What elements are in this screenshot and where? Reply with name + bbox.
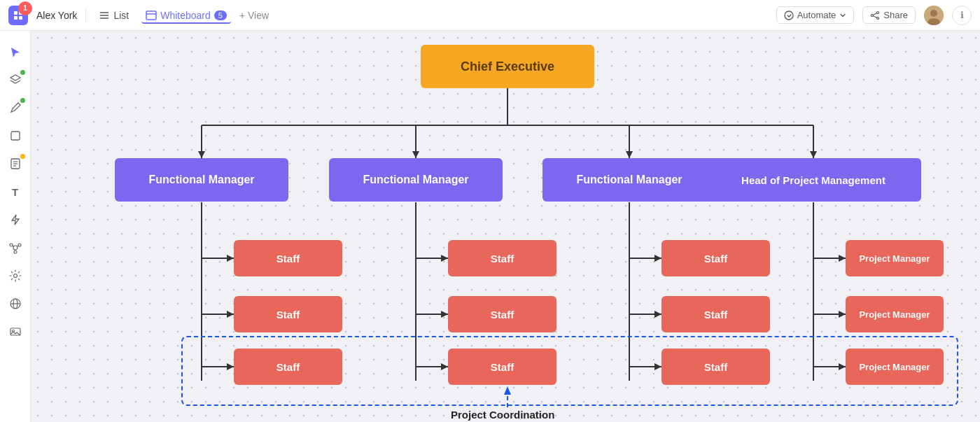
sidebar-icon-layers[interactable] [3, 67, 28, 92]
topbar-left: 1 Alex York List Whiteboard 5 + View [8, 6, 269, 25]
share-button[interactable]: Share [862, 6, 916, 24]
svg-marker-42 [198, 151, 205, 158]
sidebar-dot-green2 [20, 98, 25, 103]
nav-list[interactable]: List [94, 7, 133, 24]
svg-marker-71 [839, 311, 846, 318]
func-manager-3-box: Functional Manager [542, 158, 716, 202]
svg-rect-18 [11, 132, 20, 140]
canvas[interactable]: Chief Executive Functional Manager Funct… [31, 31, 980, 422]
svg-marker-57 [441, 311, 448, 318]
topbar: 1 Alex York List Whiteboard 5 + View Aut… [0, 0, 980, 31]
staff-box-3-2: Staff [662, 296, 770, 332]
head-pm-box: Head of Project Management [706, 158, 921, 202]
svg-point-25 [18, 244, 21, 246]
pm-box-1: Project Manager [846, 240, 944, 276]
svg-point-23 [13, 246, 18, 250]
staff-box-1-3: Staff [234, 349, 342, 385]
svg-marker-69 [839, 255, 846, 262]
info-button[interactable]: ℹ [952, 6, 972, 25]
add-view-button[interactable]: + View [239, 10, 269, 21]
sidebar-dot-yellow [20, 154, 25, 159]
divider [85, 8, 86, 22]
user-name: Alex York [36, 10, 77, 21]
sidebar-icon-settings[interactable] [3, 263, 28, 288]
sidebar-icon-image[interactable] [3, 319, 28, 344]
staff-box-3-3: Staff [662, 349, 770, 385]
svg-marker-45 [810, 151, 817, 158]
notification-badge: 1 [18, 1, 32, 15]
svg-marker-50 [227, 311, 234, 318]
func-manager-2-box: Functional Manager [329, 158, 503, 202]
svg-point-9 [785, 11, 793, 20]
staff-box-2-3: Staff [448, 349, 556, 385]
svg-marker-62 [654, 255, 662, 262]
svg-marker-48 [227, 255, 234, 262]
svg-point-24 [10, 244, 13, 246]
svg-point-12 [877, 17, 879, 19]
svg-point-11 [872, 14, 874, 16]
left-sidebar: T [0, 31, 31, 422]
svg-marker-75 [504, 386, 511, 395]
sidebar-icon-text[interactable]: T [3, 179, 28, 204]
nav-whiteboard[interactable]: Whiteboard 5 [141, 7, 231, 24]
pm-box-2: Project Manager [846, 296, 944, 332]
func-manager-1-box: Functional Manager [115, 158, 288, 202]
sidebar-icon-network[interactable] [3, 235, 28, 260]
svg-marker-66 [654, 363, 662, 370]
svg-marker-43 [412, 151, 419, 158]
svg-marker-44 [626, 151, 633, 158]
sidebar-icon-note[interactable] [3, 151, 28, 176]
whiteboard-count: 5 [214, 10, 227, 20]
sidebar-icon-cursor[interactable] [3, 39, 28, 64]
sidebar-icon-pen[interactable] [3, 95, 28, 120]
svg-marker-52 [227, 363, 234, 370]
sidebar-dot-green [20, 70, 25, 75]
svg-marker-73 [839, 363, 846, 370]
svg-rect-2 [14, 16, 18, 20]
automate-button[interactable]: Automate [776, 6, 855, 24]
svg-marker-64 [654, 311, 662, 318]
avatar[interactable] [924, 6, 944, 25]
pm-box-3: Project Manager [846, 349, 944, 385]
sidebar-icon-lightning[interactable] [3, 207, 28, 232]
svg-line-14 [874, 15, 877, 17]
sidebar-icon-globe[interactable] [3, 291, 28, 316]
svg-rect-7 [146, 11, 156, 20]
svg-rect-3 [19, 16, 22, 20]
chief-executive-box: Chief Executive [421, 45, 594, 88]
app-icon-wrapper: 1 [8, 6, 28, 25]
project-coordination-label: Project Coordination [451, 409, 554, 421]
svg-point-30 [13, 274, 17, 278]
staff-box-1-2: Staff [234, 296, 342, 332]
svg-point-16 [930, 10, 937, 17]
staff-box-2-1: Staff [448, 240, 556, 276]
staff-box-3-1: Staff [662, 240, 770, 276]
svg-point-10 [877, 11, 879, 13]
topbar-right: Automate Share ℹ [776, 6, 972, 25]
staff-box-1-1: Staff [234, 240, 342, 276]
svg-rect-0 [14, 11, 18, 15]
svg-point-26 [14, 251, 17, 253]
svg-line-13 [874, 13, 877, 14]
staff-box-2-2: Staff [448, 296, 556, 332]
sidebar-icon-rect[interactable] [3, 123, 28, 148]
svg-marker-59 [441, 363, 448, 370]
svg-marker-55 [441, 255, 448, 262]
